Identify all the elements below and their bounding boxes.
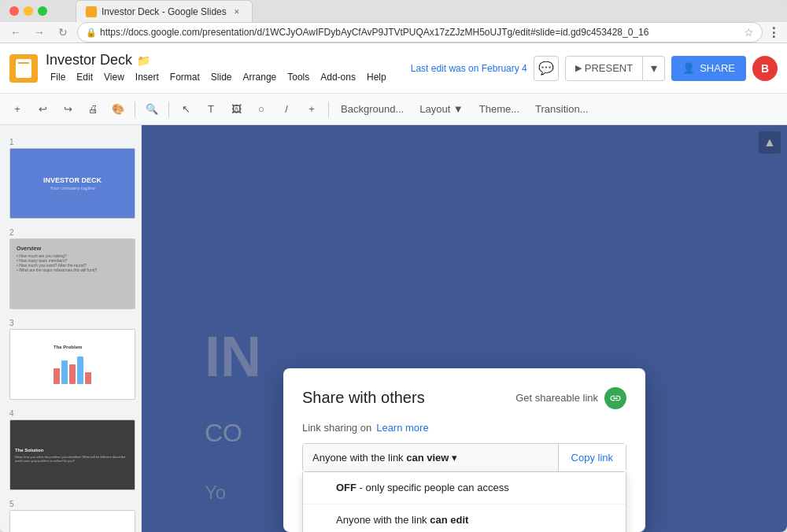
slides-panel: 1 INVESTOR DECK Your company tagline 2 O…: [0, 125, 142, 532]
user-avatar[interactable]: B: [752, 56, 778, 81]
print-button[interactable]: 🖨: [82, 98, 104, 120]
slide-thumb-2[interactable]: 2 Overview • How much are you raising?• …: [6, 225, 135, 312]
add-slide-button[interactable]: +: [6, 98, 28, 120]
menu-insert[interactable]: Insert: [131, 70, 164, 84]
menu-file[interactable]: File: [46, 70, 70, 84]
toolbar-separator-1: [135, 102, 135, 117]
browser-tab[interactable]: Investor Deck - Google Slides ✕: [76, 0, 253, 22]
menu-view[interactable]: View: [99, 70, 129, 84]
header-right: Last edit was on February 4 💬 ▶ PRESENT …: [411, 56, 778, 81]
slide-preview-2: Overview • How much are you raising?• Ho…: [9, 238, 135, 309]
menu-slide[interactable]: Slide: [206, 70, 237, 84]
learn-more-link[interactable]: Learn more: [376, 422, 428, 434]
address-input[interactable]: 🔒 https://docs.google.com/presentation/d…: [77, 22, 763, 42]
app-content: Investor Deck 📁 File Edit View Insert Fo…: [0, 43, 787, 532]
doc-title[interactable]: Investor Deck: [46, 52, 132, 68]
share-modal: Share with others Get shareable link: [283, 368, 645, 532]
tab-favicon: [86, 6, 97, 17]
menu-tools[interactable]: Tools: [283, 70, 314, 84]
redo-button[interactable]: ↪: [57, 98, 79, 120]
share-button[interactable]: 👤 SHARE: [671, 56, 746, 81]
maximize-button[interactable]: [38, 6, 47, 16]
transition-button[interactable]: Transition...: [529, 98, 594, 120]
copy-link-button[interactable]: Copy link: [559, 444, 626, 471]
slide-3-title: The Problem: [54, 345, 91, 349]
slide-4-title: The Solution: [15, 448, 130, 453]
slide-thumb-1[interactable]: 1 INVESTOR DECK Your company tagline: [6, 135, 135, 222]
slide-2-title: Overview: [17, 246, 41, 251]
share-icon: 👤: [682, 62, 695, 74]
dropdown-menu: OFF - only specific people can access An…: [302, 472, 626, 533]
close-button[interactable]: [9, 6, 19, 16]
menu-arrange[interactable]: Arrange: [238, 70, 282, 84]
theme-button[interactable]: Theme...: [473, 98, 526, 120]
select-tool[interactable]: ↖: [175, 98, 197, 120]
slides-header: Investor Deck 📁 File Edit View Insert Fo…: [0, 43, 787, 94]
bar-3: [69, 364, 76, 384]
paint-button[interactable]: 🎨: [107, 98, 129, 120]
secure-icon: 🔒: [86, 28, 97, 38]
undo-button[interactable]: ↩: [31, 98, 54, 120]
link-icon[interactable]: [604, 387, 626, 409]
main-area: 1 INVESTOR DECK Your company tagline 2 O…: [0, 125, 787, 532]
menu-addons[interactable]: Add-ons: [316, 70, 360, 84]
shape-tool[interactable]: ○: [250, 98, 272, 120]
copy-link-label: Copy link: [571, 452, 613, 464]
last-edit-link[interactable]: Last edit was on February 4: [411, 63, 527, 74]
slide-thumb-5[interactable]: 5 Why now? Lorem ipsum dolor sit amet, c…: [6, 497, 135, 532]
image-tool[interactable]: 🖼: [225, 98, 247, 120]
link-sharing-label: Link sharing on: [302, 422, 371, 434]
back-button[interactable]: ←: [6, 23, 25, 42]
header-title-area: Investor Deck 📁 File Edit View Insert Fo…: [46, 52, 391, 84]
toolbar: + ↩ ↪ 🖨 🎨 🔍 ↖ T 🖼 ○ / + Background... La…: [0, 94, 787, 125]
theme-label: Theme...: [479, 103, 519, 115]
minimize-button[interactable]: [24, 6, 33, 16]
background-button[interactable]: Background...: [334, 98, 410, 120]
toolbar-separator-2: [168, 102, 169, 117]
menu-format[interactable]: Format: [165, 70, 205, 84]
get-link-label: Get shareable link: [515, 392, 598, 404]
dropdown-item-edit[interactable]: Anyone with the link can edit: [303, 504, 626, 533]
slide-3-left: The Problem: [54, 345, 91, 384]
dropdown-current-text: Anyone with the link can view ▾: [312, 452, 549, 464]
slide-thumb-4[interactable]: 4 The Solution Show how you solve the pr…: [6, 406, 135, 493]
slide-num-3: 3: [9, 319, 131, 327]
present-button[interactable]: ▶ PRESENT: [565, 56, 643, 81]
menu-help[interactable]: Help: [362, 70, 391, 84]
slides-logo-shape: [16, 59, 31, 78]
address-bar: ← → ↻ 🔒 https://docs.google.com/presenta…: [0, 22, 787, 43]
dropdown-item-off[interactable]: OFF - only specific people can access: [303, 472, 626, 504]
forward-button[interactable]: →: [30, 23, 49, 42]
dropdown-select-button[interactable]: Anyone with the link can view ▾: [303, 444, 559, 471]
menu-edit[interactable]: Edit: [72, 70, 98, 84]
get-link-area: Get shareable link: [515, 387, 626, 409]
present-dropdown-icon[interactable]: ▾: [643, 56, 665, 81]
text-tool[interactable]: T: [200, 98, 222, 120]
item-text-edit: Anyone with the link can edit: [336, 514, 468, 526]
modal-title: Share with others: [302, 389, 425, 407]
slide-4-text: Show how you solve the problem you ident…: [15, 455, 130, 463]
last-edit-text: Last edit was on February 4: [411, 63, 527, 74]
slide-preview-4: The Solution Show how you solve the prob…: [9, 419, 135, 490]
refresh-button[interactable]: ↻: [54, 23, 72, 42]
bar-4: [77, 357, 83, 384]
chat-button[interactable]: 💬: [534, 56, 559, 81]
zoom-button[interactable]: 🔍: [141, 98, 163, 120]
slide-thumb-3[interactable]: 3 The Problem: [6, 316, 135, 403]
check-icon-off: [316, 482, 328, 494]
layout-button[interactable]: Layout ▼: [413, 98, 470, 120]
insert-btn[interactable]: +: [301, 98, 323, 120]
browser-menu-icon[interactable]: ⋮: [767, 25, 781, 40]
layout-label: Layout ▼: [419, 103, 464, 115]
present-label: PRESENT: [585, 62, 633, 74]
tab-close-icon[interactable]: ✕: [231, 6, 242, 17]
title-bar: Investor Deck - Google Slides ✕: [0, 0, 787, 22]
folder-icon[interactable]: 📁: [137, 54, 150, 67]
line-tool[interactable]: /: [275, 98, 297, 120]
tab-title: Investor Deck - Google Slides: [102, 6, 227, 17]
slide-preview-1: INVESTOR DECK Your company tagline: [9, 148, 135, 219]
bar-2: [61, 360, 68, 384]
bookmark-icon[interactable]: ☆: [744, 26, 754, 39]
slide-num-5: 5: [9, 500, 131, 508]
address-text: https://docs.google.com/presentation/d/1…: [100, 27, 741, 38]
